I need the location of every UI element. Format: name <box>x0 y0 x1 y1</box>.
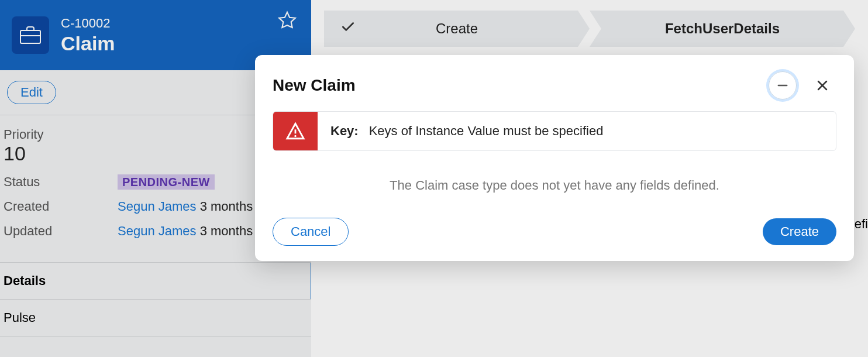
modal-title: New Claim <box>273 76 356 95</box>
new-claim-modal: New Claim Key: Keys of Instance Value mu… <box>255 55 854 261</box>
close-button[interactable] <box>808 71 836 99</box>
cancel-button[interactable]: Cancel <box>273 218 349 246</box>
modal-body-message: The Claim case type does not yet have an… <box>273 178 836 193</box>
minimize-icon <box>776 79 789 92</box>
svg-point-3 <box>294 135 296 137</box>
warning-icon <box>273 112 318 150</box>
error-message: Keys of Instance Value must be specified <box>369 123 604 139</box>
close-icon <box>815 78 829 92</box>
create-button[interactable]: Create <box>763 218 836 245</box>
error-key-label: Key: <box>330 123 359 139</box>
error-alert: Key: Keys of Instance Value must be spec… <box>273 111 836 151</box>
minimize-button[interactable] <box>769 71 797 99</box>
